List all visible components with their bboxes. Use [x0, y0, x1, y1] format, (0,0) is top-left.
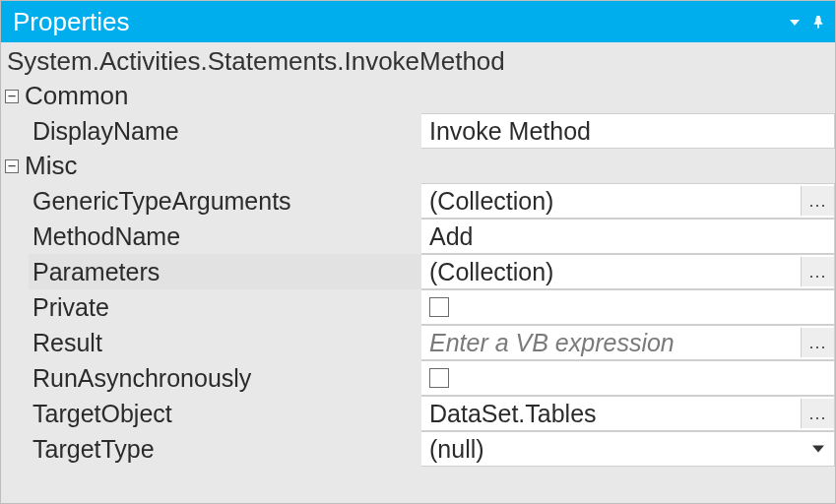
property-row-targetobject: TargetObject DataSet.Tables ...: [1, 396, 835, 431]
property-row-private: Private: [1, 289, 835, 325]
value-text: DataSet.Tables: [429, 400, 797, 428]
collection-editor-button[interactable]: ...: [801, 186, 834, 216]
selected-object-type: System.Activities.Statements.InvokeMetho…: [1, 42, 835, 79]
panel-titlebar: Properties: [1, 1, 835, 42]
category-label: Common: [25, 81, 128, 111]
property-name[interactable]: Parameters: [29, 254, 421, 289]
property-row-parameters: Parameters (Collection) ...: [1, 254, 835, 289]
property-value-result[interactable]: Enter a VB expression ...: [421, 325, 835, 360]
property-grid: − Common DisplayName Invoke Method − Mis…: [1, 79, 835, 467]
property-name[interactable]: Private: [29, 289, 421, 325]
property-value-methodname[interactable]: Add: [421, 219, 835, 254]
value-text: (Collection): [429, 258, 797, 286]
expression-editor-button[interactable]: ...: [801, 328, 834, 357]
row-indent: [1, 113, 29, 149]
property-value-private[interactable]: [421, 289, 835, 325]
row-indent: [1, 360, 29, 396]
pin-icon[interactable]: [811, 15, 825, 29]
panel-menu-dropdown-icon[interactable]: [790, 20, 800, 26]
property-value-parameters[interactable]: (Collection) ...: [421, 254, 835, 289]
property-value-targetobject[interactable]: DataSet.Tables ...: [421, 396, 835, 431]
collection-editor-button[interactable]: ...: [801, 257, 834, 286]
property-name[interactable]: DisplayName: [29, 113, 421, 149]
panel-controls: [790, 15, 825, 29]
chevron-down-icon[interactable]: [812, 446, 824, 453]
property-row-runasync: RunAsynchronously: [1, 360, 835, 396]
category-common[interactable]: − Common: [1, 79, 835, 113]
runasync-checkbox[interactable]: [429, 368, 449, 388]
value-text: Invoke Method: [429, 117, 830, 146]
category-misc[interactable]: − Misc: [1, 149, 835, 183]
row-indent: [1, 183, 29, 219]
property-row-generictypearguments: GenericTypeArguments (Collection) ...: [1, 183, 835, 219]
property-row-result: Result Enter a VB expression ...: [1, 325, 835, 360]
value-text: Add: [429, 222, 830, 251]
panel-title: Properties: [13, 7, 790, 37]
property-row-methodname: MethodName Add: [1, 219, 835, 254]
row-indent: [1, 289, 29, 325]
row-indent: [1, 431, 29, 467]
category-label: Misc: [25, 151, 77, 181]
property-name[interactable]: RunAsynchronously: [29, 360, 421, 396]
private-checkbox[interactable]: [429, 297, 449, 317]
property-name[interactable]: TargetObject: [29, 396, 421, 431]
property-name[interactable]: Result: [29, 325, 421, 360]
property-row-displayname: DisplayName Invoke Method: [1, 113, 835, 149]
property-name[interactable]: TargetType: [29, 431, 421, 467]
collapse-icon[interactable]: −: [5, 90, 19, 103]
row-indent: [1, 254, 29, 289]
property-value-targettype[interactable]: (null): [421, 431, 835, 467]
collapse-icon[interactable]: −: [5, 159, 19, 173]
value-placeholder: Enter a VB expression: [429, 329, 797, 357]
property-value-displayname[interactable]: Invoke Method: [421, 113, 835, 149]
value-text: (Collection): [429, 187, 797, 216]
row-indent: [1, 219, 29, 254]
row-indent: [1, 396, 29, 431]
property-value-generictypearguments[interactable]: (Collection) ...: [421, 183, 835, 219]
property-value-runasync[interactable]: [421, 360, 835, 396]
expression-editor-button[interactable]: ...: [801, 399, 834, 428]
property-row-targettype: TargetType (null): [1, 431, 835, 467]
property-name[interactable]: GenericTypeArguments: [29, 183, 421, 219]
row-indent: [1, 325, 29, 360]
value-text: (null): [429, 435, 830, 464]
property-name[interactable]: MethodName: [29, 219, 421, 254]
